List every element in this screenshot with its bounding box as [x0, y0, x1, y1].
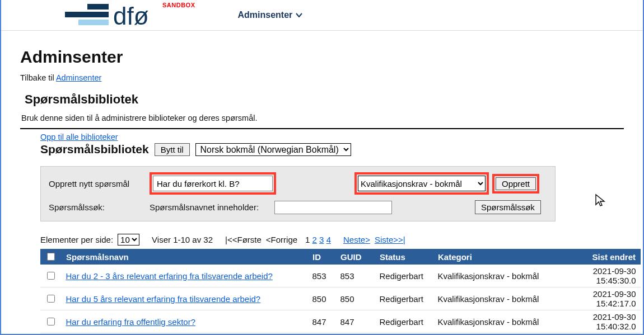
row-category: Kvalifikasjonskrav - bokmål — [433, 333, 557, 336]
page-next[interactable]: Neste> — [343, 235, 370, 244]
language-select[interactable]: Norsk bokmål (Norwegian Bokmål) — [195, 143, 351, 156]
row-id: 847 — [308, 310, 336, 333]
row-modified: 2021-09-30 15:45:30.0 — [557, 265, 641, 287]
row-category: Kvalifikasjonskrav - bokmål — [433, 310, 557, 333]
page-2[interactable]: 2 — [312, 235, 317, 244]
select-all-checkbox[interactable] — [47, 253, 55, 261]
row-checkbox[interactable] — [47, 318, 55, 325]
svg-text:dfø: dfø — [113, 2, 149, 28]
row-modified: 2021-09-30 15:40:32.0 — [557, 310, 641, 333]
section-title: Spørsmålsbibliotek — [25, 92, 624, 107]
page-1: 1 — [305, 235, 310, 244]
row-guid: 846 — [336, 333, 375, 336]
page-3[interactable]: 3 — [319, 235, 324, 244]
table-row: Har du erfaring med relevante lov-, avta… — [40, 333, 641, 336]
col-category[interactable]: Kategori — [433, 249, 557, 265]
chevron-down-icon — [296, 13, 302, 18]
row-status: Redigerbart — [375, 265, 433, 287]
breadcrumb: Tilbake til Adminsenter — [20, 73, 624, 82]
showing-text: Viser 1-10 av 32 — [152, 235, 213, 244]
row-guid: 847 — [336, 310, 375, 333]
crumb-prefix: Tilbake til — [20, 73, 56, 82]
table-row: Har du erfaring fra offentlig sektor?847… — [40, 310, 641, 333]
search-label: Spørsmålssøk: — [49, 202, 150, 212]
search-contains-label: Spørsmålsnavnet inneholder: — [150, 202, 274, 212]
search-button[interactable]: Spørsmålssøk — [475, 200, 541, 214]
col-guid[interactable]: GUID — [336, 249, 375, 265]
highlight-category-select: Kvalifikasjonskrav - bokmål — [354, 172, 489, 195]
brand-logo: dfø SANDBOX — [65, 2, 199, 28]
page-first: |<<Første — [225, 235, 262, 244]
page-prev: <Forrige — [266, 235, 297, 244]
col-modified[interactable]: Sist endret — [557, 249, 641, 265]
svg-rect-2 — [78, 20, 109, 25]
col-id[interactable]: ID — [308, 249, 336, 265]
col-status[interactable]: Status — [375, 249, 433, 265]
create-label: Opprett nytt spørsmål — [49, 179, 150, 188]
table-row: Har du 5 års relevant erfaring fra tilsv… — [40, 287, 641, 310]
row-status: Redigerbart — [375, 287, 433, 310]
highlight-create-button: Opprett — [492, 174, 539, 194]
library-panel: Opp til alle biblioteker Spørsmålsbiblio… — [20, 128, 624, 335]
page-4[interactable]: 4 — [326, 235, 331, 244]
per-page-select[interactable]: 10 — [118, 234, 139, 246]
question-link[interactable]: Har du erfaring fra offentlig sektor? — [66, 317, 196, 327]
all-libraries-link[interactable]: Opp til alle biblioteker — [40, 133, 118, 141]
row-id: 846 — [308, 333, 336, 336]
create-search-box: Opprett nytt spørsmål Kvalifikasjonskrav… — [40, 166, 556, 221]
per-page-label: Elementer per side: — [40, 235, 113, 244]
library-title: Spørsmålsbibliotek — [40, 143, 149, 156]
nav-adminsenter-label: Adminsenter — [238, 10, 293, 20]
page-body: Adminsenter Tilbake til Adminsenter Spør… — [1, 31, 643, 335]
category-select[interactable]: Kvalifikasjonskrav - bokmål — [358, 176, 486, 191]
table-row: Har du 2 - 3 års relevant erfaring fra t… — [40, 265, 641, 287]
row-category: Kvalifikasjonskrav - bokmål — [433, 265, 557, 287]
question-link[interactable]: Har du 2 - 3 års relevant erfaring fra t… — [66, 271, 273, 281]
pagination-bar: Elementer per side: 10 Viser 1-10 av 32 … — [40, 234, 624, 246]
top-bar: dfø SANDBOX Adminsenter — [1, 0, 643, 31]
crumb-link[interactable]: Adminsenter — [56, 73, 101, 82]
search-input[interactable] — [274, 201, 392, 214]
row-status: Redigerbart — [375, 333, 433, 336]
highlight-question-input — [150, 172, 276, 195]
row-modified: 2021-09-30 15:42:17.0 — [557, 287, 641, 310]
row-checkbox[interactable] — [47, 295, 55, 303]
sandbox-label: SANDBOX — [162, 2, 195, 8]
nav-adminsenter[interactable]: Adminsenter — [238, 10, 303, 20]
row-category: Kvalifikasjonskrav - bokmål — [433, 287, 557, 310]
page-title: Adminsenter — [20, 48, 624, 67]
row-id: 853 — [308, 265, 336, 287]
page-last[interactable]: Siste>>| — [375, 235, 405, 244]
new-question-input[interactable] — [153, 176, 273, 191]
section-description: Bruk denne siden til å administrere bibl… — [21, 114, 624, 122]
row-modified: 2021-09-30 15:39:02.0 — [557, 333, 641, 336]
svg-rect-1 — [65, 12, 109, 17]
row-guid: 850 — [336, 287, 375, 310]
row-checkbox[interactable] — [47, 272, 55, 280]
col-name[interactable]: Spørsmålsnavn — [62, 249, 308, 265]
questions-table: Spørsmålsnavn ID GUID Status Kategori Si… — [40, 249, 641, 335]
mouse-cursor-icon — [595, 194, 606, 207]
svg-rect-0 — [87, 4, 109, 10]
create-button[interactable]: Opprett — [496, 177, 536, 190]
row-guid: 853 — [336, 265, 375, 287]
question-link[interactable]: Har du 5 års relevant erfaring fra tilsv… — [66, 294, 261, 304]
row-id: 850 — [308, 287, 336, 310]
row-status: Redigerbart — [375, 310, 433, 333]
switch-button[interactable]: Bytt til — [155, 143, 190, 156]
